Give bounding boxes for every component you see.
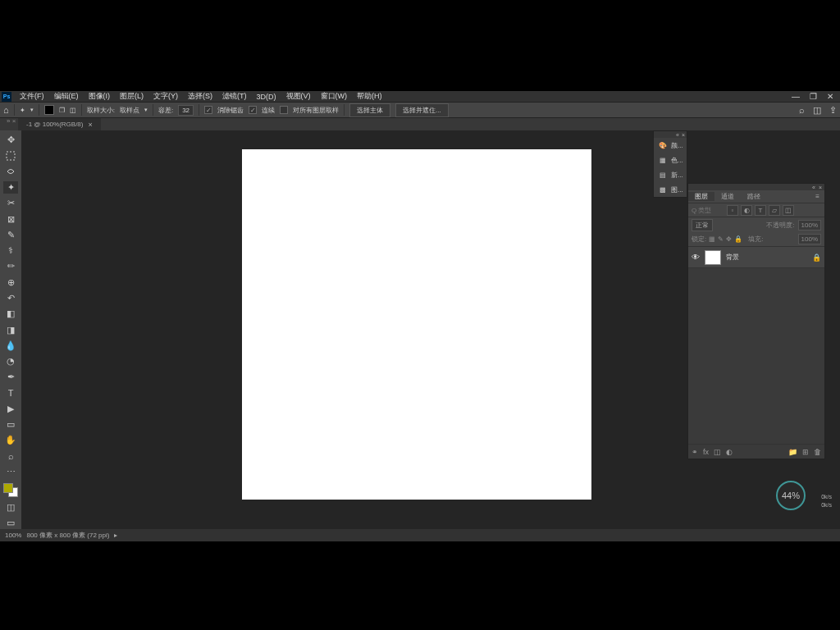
menu-3d[interactable]: 3D(D) xyxy=(252,93,281,101)
status-chevron-icon[interactable]: ▸ xyxy=(114,532,117,539)
delete-layer-icon[interactable]: 🗑 xyxy=(814,448,821,456)
gradients-panel-button[interactable]: ▤新... xyxy=(654,167,687,182)
sample-size-combo[interactable]: 取样点 xyxy=(120,106,139,115)
gradient-tool[interactable]: ◨ xyxy=(3,323,18,336)
panel-collapse-icon[interactable]: « xyxy=(812,185,815,190)
document-tab[interactable]: -1 @ 100%(RGB/8) × xyxy=(18,118,101,130)
menu-view[interactable]: 视图(V) xyxy=(281,91,316,102)
eraser-tool[interactable]: ◧ xyxy=(3,308,18,320)
layers-icon[interactable]: ❐ xyxy=(59,107,65,114)
menu-image[interactable]: 图像(I) xyxy=(84,91,116,102)
canvas[interactable] xyxy=(242,149,591,500)
group-layers-icon[interactable]: 📁 xyxy=(788,448,797,456)
dock-close-icon[interactable]: × xyxy=(682,132,685,138)
blend-mode-combo[interactable]: 正常 xyxy=(692,219,713,231)
link-layers-icon[interactable]: ⚭ xyxy=(692,448,698,456)
tab-close-icon[interactable]: × xyxy=(88,121,92,129)
menu-select[interactable]: 选择(S) xyxy=(183,91,217,102)
stamp-tool[interactable]: ⊕ xyxy=(3,276,18,289)
crop-tool[interactable]: ✂ xyxy=(3,197,18,209)
layer-fx-icon[interactable]: fx xyxy=(703,448,709,456)
panel-close-icon[interactable]: × xyxy=(819,185,822,190)
layer-visibility-icon[interactable]: 👁 xyxy=(692,253,700,262)
window-minimize-icon[interactable]: — xyxy=(792,92,800,101)
dodge-tool[interactable]: ◔ xyxy=(3,355,18,368)
hand-tool[interactable]: ✋ xyxy=(3,434,18,446)
lock-position-icon[interactable]: ✎ xyxy=(718,235,724,243)
move-tool[interactable]: ✥ xyxy=(3,134,18,146)
dock-collapse-icon[interactable]: « xyxy=(676,132,679,138)
filter-smart-icon[interactable]: ◫ xyxy=(783,205,794,216)
zoom-level[interactable]: 100% xyxy=(5,532,21,539)
filter-type-icon[interactable]: T xyxy=(755,205,766,216)
lock-pixels-icon[interactable]: ▦ xyxy=(709,235,715,243)
menu-type[interactable]: 文字(Y) xyxy=(148,91,183,102)
layer-name[interactable]: 背景 xyxy=(726,253,739,262)
brush-tool[interactable]: ✏ xyxy=(3,260,18,272)
path-select-tool[interactable]: ▶ xyxy=(3,403,18,415)
layer-search-input[interactable] xyxy=(692,207,724,214)
main-area: ✥ ✦ ✂ ⊠ ✎ ⚕ ✏ ⊕ ↶ ◧ ◨ 💧 ◔ ✒ T ▶ ▭ ✋ ⌕ ⋯ … xyxy=(0,130,840,529)
layer-lock-icon[interactable]: 🔒 xyxy=(812,253,821,262)
tab-handle-icon[interactable]: » × xyxy=(7,117,16,125)
panel-menu-icon[interactable]: ≡ xyxy=(815,193,824,200)
new-layer-icon[interactable]: ⊞ xyxy=(802,448,809,456)
menu-edit[interactable]: 编辑(E) xyxy=(49,91,84,102)
home-icon[interactable]: ⌂ xyxy=(3,105,9,115)
swatches-panel-button[interactable]: ▦色... xyxy=(654,153,687,167)
menu-help[interactable]: 帮助(H) xyxy=(352,91,387,102)
select-subject-button[interactable]: 选择主体 xyxy=(349,103,390,117)
lasso-tool[interactable] xyxy=(3,166,18,178)
color-panel-button[interactable]: 🎨颜... xyxy=(654,138,687,153)
antialias-checkbox[interactable]: ✓ xyxy=(204,106,212,114)
history-brush-tool[interactable]: ↶ xyxy=(3,292,18,304)
lock-all-icon[interactable]: 🔒 xyxy=(734,235,742,243)
patterns-panel-button[interactable]: ▩图... xyxy=(654,182,687,197)
eyedropper-tool[interactable]: ✎ xyxy=(3,229,18,241)
layer-mask-icon[interactable]: ◫ xyxy=(714,448,721,456)
edit-toolbar[interactable]: ⋯ xyxy=(3,466,18,478)
all-layers-label: 对所有图层取样 xyxy=(293,106,339,115)
frame-tool[interactable]: ⊠ xyxy=(3,212,18,225)
tab-layers[interactable]: 图层 xyxy=(688,192,714,201)
color-swatches[interactable] xyxy=(3,483,18,497)
wand-tool-icon[interactable]: ✦ xyxy=(20,107,25,114)
layer-row[interactable]: 👁 背景 🔒 xyxy=(688,247,824,268)
window-maximize-icon[interactable]: ❐ xyxy=(810,92,817,101)
menu-layer[interactable]: 图层(L) xyxy=(115,91,148,102)
contiguous-checkbox[interactable]: ✓ xyxy=(249,106,257,114)
tab-channels[interactable]: 通道 xyxy=(714,192,741,201)
select-and-mask-button[interactable]: 选择并遮住... xyxy=(395,103,449,117)
healing-tool[interactable]: ⚕ xyxy=(3,244,18,257)
mask-icon[interactable]: ◫ xyxy=(70,107,76,114)
share-icon[interactable]: ⇪ xyxy=(829,105,837,116)
filter-shape-icon[interactable]: ▱ xyxy=(769,205,780,216)
foreground-swatch[interactable] xyxy=(44,105,54,115)
adjustment-layer-icon[interactable]: ◐ xyxy=(726,448,733,456)
screen-mode-icon[interactable]: ◫ xyxy=(813,105,821,116)
pen-tool[interactable]: ✒ xyxy=(3,371,18,383)
window-close-icon[interactable]: ✕ xyxy=(827,92,833,101)
lock-label: 锁定: xyxy=(692,235,706,244)
menu-filter[interactable]: 滤镜(T) xyxy=(217,91,252,102)
search-icon[interactable]: ⌕ xyxy=(799,105,805,116)
all-layers-checkbox[interactable] xyxy=(280,106,288,114)
magic-wand-tool[interactable]: ✦ xyxy=(3,181,18,194)
filter-pixel-icon[interactable]: ▫ xyxy=(727,205,738,216)
menu-window[interactable]: 窗口(W) xyxy=(316,91,353,102)
opacity-input[interactable]: 100% xyxy=(798,220,821,231)
screen-mode-tool[interactable]: ▭ xyxy=(3,517,18,529)
layer-thumbnail[interactable] xyxy=(705,250,721,265)
tolerance-input[interactable]: 32 xyxy=(178,105,194,116)
tab-paths[interactable]: 路径 xyxy=(741,192,767,201)
marquee-tool[interactable] xyxy=(3,149,18,162)
menu-file[interactable]: 文件(F) xyxy=(15,91,49,102)
shape-tool[interactable]: ▭ xyxy=(3,418,18,431)
blur-tool[interactable]: 💧 xyxy=(3,340,18,352)
filter-adjust-icon[interactable]: ◐ xyxy=(741,205,752,216)
type-tool[interactable]: T xyxy=(3,387,18,399)
lock-nested-icon[interactable]: ✥ xyxy=(726,235,732,243)
zoom-tool[interactable]: ⌕ xyxy=(3,450,18,463)
quick-mask-tool[interactable]: ◫ xyxy=(3,500,18,513)
fill-input[interactable]: 100% xyxy=(798,234,821,244)
